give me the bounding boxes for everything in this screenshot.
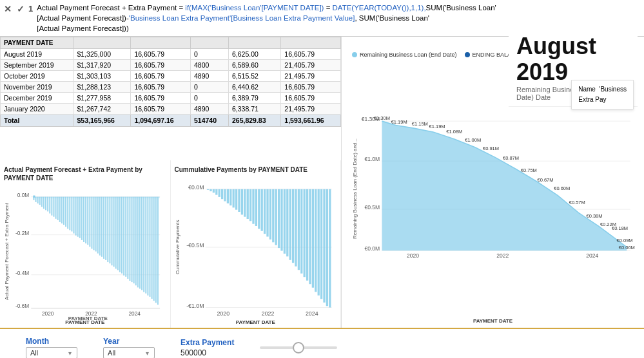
slider-thumb[interactable] <box>293 342 304 353</box>
svg-rect-37 <box>85 197 86 243</box>
svg-text:€1.08M: €1.08M <box>446 129 462 135</box>
svg-rect-60 <box>132 197 133 282</box>
table-cell: 21,495.79 <box>281 71 341 82</box>
close-icon[interactable]: ✕ <box>4 4 12 14</box>
chart-1-title: Actual Payment Forecast + Extra Payment … <box>4 165 166 182</box>
svg-rect-85 <box>212 189 214 193</box>
month-filter-value: All <box>30 349 38 357</box>
svg-rect-30 <box>71 197 72 232</box>
table-row: September 2019$1,317,92016,605.7948006,5… <box>1 60 341 71</box>
table-cell: 6,389.79 <box>228 93 280 104</box>
table-row: October 2019$1,303,10316,605.7948906,515… <box>1 71 341 82</box>
svg-rect-45 <box>101 197 102 257</box>
svg-rect-34 <box>79 197 81 238</box>
month-filter-select[interactable]: All ▾ <box>26 347 77 358</box>
svg-rect-126 <box>329 189 331 308</box>
table-cell: $1,288,123 <box>73 82 131 93</box>
formula-line-number: 1 <box>28 3 33 14</box>
svg-text:€0.18M: €0.18M <box>612 225 628 231</box>
table-cell: 16,605.79 <box>131 60 191 71</box>
slider-track[interactable] <box>260 346 337 349</box>
svg-rect-69 <box>149 197 150 297</box>
year-filter-select[interactable]: All ▾ <box>103 347 155 358</box>
table-cell: 0 <box>190 49 228 60</box>
svg-rect-61 <box>133 197 135 284</box>
svg-text:2020: 2020 <box>407 252 419 259</box>
svg-text:2024: 2024 <box>129 311 141 317</box>
svg-text:€0.75M: €0.75M <box>521 168 537 174</box>
svg-text:€0.38M: €0.38M <box>587 213 603 219</box>
svg-rect-62 <box>135 197 137 286</box>
svg-rect-105 <box>269 189 271 240</box>
table-row: January 2020$1,267,74216,605.7948906,338… <box>1 104 341 115</box>
svg-rect-39 <box>89 197 90 247</box>
svg-rect-21 <box>53 197 54 217</box>
svg-rect-23 <box>57 197 59 220</box>
svg-rect-72 <box>155 197 157 303</box>
chart-2-box: Cummulative Payments by PAYMENT DATE Cum… <box>171 160 342 328</box>
svg-rect-91 <box>229 189 231 205</box>
table-cell: August 2019 <box>1 49 74 60</box>
kpi-title: August 2019 <box>516 33 630 84</box>
svg-rect-84 <box>210 189 211 191</box>
table-cell: 21,405.79 <box>281 60 341 71</box>
table-header-row: PAYMENT DATE <box>1 37 341 49</box>
svg-text:2022: 2022 <box>261 310 274 317</box>
svg-rect-90 <box>226 189 228 203</box>
table-cell: 16,605.79 <box>281 82 341 93</box>
col-3 <box>131 37 191 49</box>
svg-rect-57 <box>125 197 126 277</box>
check-icon[interactable]: ✓ <box>17 4 24 14</box>
table-cell: $1,317,920 <box>73 60 131 71</box>
svg-rect-98 <box>249 189 251 221</box>
chart-3-y-label: Remaining Business Loan (End Date) and..… <box>352 61 358 317</box>
table-cell: November 2019 <box>1 82 74 93</box>
year-filter-value: All <box>108 349 115 357</box>
svg-rect-55 <box>121 197 122 274</box>
svg-text:-€0.5M: -€0.5M <box>186 242 204 249</box>
chart-1-svg: 0.0M -0.2M -0.4M -0.6M <box>10 185 166 318</box>
table-cell: December 2019 <box>1 93 74 104</box>
col-4 <box>190 37 228 49</box>
legend-label-1: Remaining Business Loan (End Date) <box>360 52 457 58</box>
table-cell: October 2019 <box>1 71 74 82</box>
data-table-scroll[interactable]: PAYMENT DATE August 2019$1,325,00016,605… <box>0 37 341 160</box>
table-cell: 6,338.71 <box>228 104 280 115</box>
svg-text:2024: 2024 <box>305 310 318 317</box>
table-cell: 4890 <box>190 71 228 82</box>
svg-rect-19 <box>49 197 50 214</box>
svg-rect-49 <box>109 197 110 264</box>
svg-text:€0.0M: €0.0M <box>188 184 204 191</box>
table-footer-cell: 1,593,661.96 <box>281 115 341 127</box>
svg-rect-50 <box>111 197 112 266</box>
legend-dot-1 <box>352 52 357 57</box>
col-5 <box>228 37 280 49</box>
tooltip-box: Name 'Business Extra Pay <box>571 80 634 109</box>
svg-rect-22 <box>55 197 57 219</box>
svg-rect-43 <box>97 197 99 254</box>
svg-rect-36 <box>83 197 84 242</box>
col-2 <box>73 37 131 49</box>
svg-rect-101 <box>258 189 260 229</box>
svg-rect-117 <box>303 189 305 277</box>
table-cell: 6,515.52 <box>228 71 280 82</box>
svg-rect-66 <box>143 197 144 292</box>
svg-text:€1.19M: €1.19M <box>429 124 445 129</box>
svg-rect-115 <box>297 189 299 270</box>
svg-text:€0.06M: €0.06M <box>619 245 635 250</box>
svg-rect-33 <box>77 197 79 237</box>
table-cell: September 2019 <box>1 60 74 71</box>
table-cell: 4800 <box>190 60 228 71</box>
svg-text:-0.6M: -0.6M <box>15 304 29 310</box>
svg-text:€1.30M: €1.30M <box>374 115 390 121</box>
svg-rect-112 <box>289 189 291 260</box>
svg-rect-86 <box>215 189 217 195</box>
svg-rect-47 <box>105 197 106 260</box>
svg-rect-106 <box>272 189 274 243</box>
table-cell: $1,325,000 <box>73 49 131 60</box>
svg-text:2022: 2022 <box>496 252 509 259</box>
svg-rect-14 <box>39 197 41 205</box>
svg-rect-124 <box>323 189 325 303</box>
svg-rect-88 <box>220 189 222 199</box>
svg-rect-94 <box>238 189 240 212</box>
